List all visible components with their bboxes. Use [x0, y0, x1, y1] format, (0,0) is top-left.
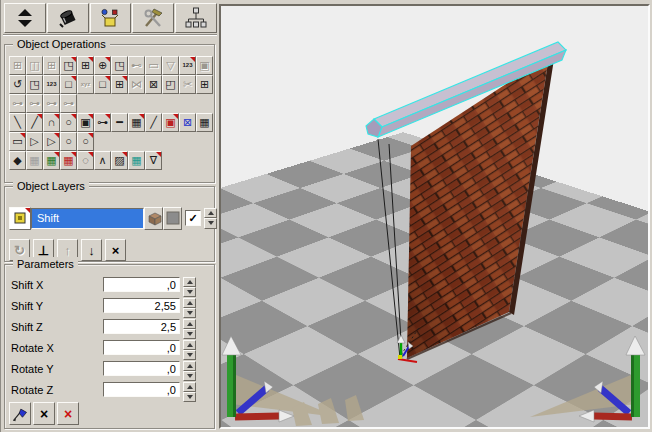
- rotate-x-input[interactable]: [103, 340, 180, 355]
- op-button-r4-6[interactable]: ⊶: [94, 113, 111, 132]
- op-button-r2-1[interactable]: ↺: [9, 75, 26, 94]
- layer-visible-checkbox[interactable]: ✓: [185, 210, 201, 226]
- layer-texture-button[interactable]: [144, 207, 163, 230]
- op-button-r4-7[interactable]: ━: [111, 113, 128, 132]
- op-button-r4-12[interactable]: ▦: [196, 113, 213, 132]
- op-button-r2-10[interactable]: ◰: [162, 75, 179, 94]
- op-button-r2-7[interactable]: ⊞: [111, 75, 128, 94]
- spin-up-button[interactable]: [183, 298, 196, 308]
- spin-down-button[interactable]: [183, 308, 196, 318]
- spin-down-button[interactable]: [183, 329, 196, 339]
- op-button-r6-8[interactable]: ▦: [128, 151, 145, 170]
- delete-layer-button[interactable]: ×: [105, 239, 126, 261]
- op-button-icon: ▦: [131, 115, 141, 130]
- down-arrow-icon: [187, 353, 193, 357]
- spin-down-button[interactable]: [183, 287, 196, 297]
- delete-all-button[interactable]: ×: [57, 402, 79, 425]
- param-label: Rotate X: [11, 340, 54, 354]
- op-button-r4-9[interactable]: ╱: [145, 113, 162, 132]
- spin-up-button[interactable]: [183, 361, 196, 371]
- op-button-r4-4[interactable]: ○: [60, 113, 77, 132]
- up-arrow-icon: [187, 322, 193, 326]
- op-button-r4-2[interactable]: ╱: [26, 113, 43, 132]
- apply-edit-button[interactable]: [9, 402, 31, 425]
- nav-gizmo-right[interactable]: [530, 336, 645, 422]
- spin-down-button[interactable]: [204, 218, 217, 229]
- object-box-button[interactable]: [90, 3, 132, 33]
- layer-type-button[interactable]: [9, 207, 31, 230]
- layer-name-field[interactable]: Shift: [31, 208, 144, 229]
- spin-up-button[interactable]: [183, 382, 196, 392]
- spin-up-button[interactable]: [204, 208, 217, 219]
- rotate-y-input[interactable]: [103, 361, 180, 376]
- op-button-r2-9[interactable]: ⊠: [145, 75, 162, 94]
- fill-texture-button[interactable]: [47, 3, 89, 33]
- op-button-r6-7[interactable]: ▨: [111, 151, 128, 170]
- op-button-icon: ◳: [63, 58, 73, 73]
- shift-x-input[interactable]: [103, 277, 180, 292]
- op-button-r1-5[interactable]: ⊞: [77, 56, 94, 75]
- op-button-r5-2[interactable]: ▷: [26, 132, 43, 151]
- op-button-r5-5[interactable]: ○: [77, 132, 94, 151]
- hierarchy-button[interactable]: [175, 3, 217, 33]
- op-button-icon: ╱: [31, 115, 38, 130]
- down-arrow-icon: [187, 332, 193, 336]
- shift-z-input[interactable]: [103, 319, 180, 334]
- op-button-r6-2[interactable]: ▦: [26, 151, 43, 170]
- op-button-icon: ⊶: [63, 96, 74, 111]
- op-button-r1-6[interactable]: ⊕: [94, 56, 111, 75]
- op-button-r5-1[interactable]: ▭: [9, 132, 26, 151]
- spin-up-button[interactable]: [183, 340, 196, 350]
- op-button-r4-5[interactable]: ▣: [77, 113, 94, 132]
- shift-y-input[interactable]: [103, 298, 180, 313]
- op-button-r2-6[interactable]: □: [94, 75, 111, 94]
- op-button-icon: ▭: [12, 134, 22, 149]
- op-button-r2-3[interactable]: 123: [43, 75, 60, 94]
- param-label: Rotate Y: [11, 361, 54, 375]
- viewport-3d[interactable]: [219, 4, 650, 429]
- op-button-r4-10[interactable]: ▣: [162, 113, 179, 132]
- op-button-r4-8[interactable]: ▦: [128, 113, 145, 132]
- op-button-r6-5[interactable]: ◌: [77, 151, 94, 170]
- select-move-button[interactable]: [4, 3, 46, 33]
- op-button-icon: ▷: [47, 134, 55, 149]
- op-button-r5-3[interactable]: ▷: [43, 132, 60, 151]
- op-button-r1-4[interactable]: ◳: [60, 56, 77, 75]
- move-layer-down-button[interactable]: ↓: [81, 239, 102, 261]
- spin-down-button[interactable]: [183, 371, 196, 381]
- up-arrow-icon: [208, 211, 214, 215]
- op-button-r1-12: ▣: [196, 56, 213, 75]
- spin-up-button[interactable]: [183, 319, 196, 329]
- spin-down-button[interactable]: [183, 350, 196, 360]
- op-button-r6-1[interactable]: ◆: [9, 151, 26, 170]
- rotate-y-spinner: [183, 361, 196, 381]
- op-button-icon: ∧: [98, 153, 106, 168]
- op-button-r2-2[interactable]: ◳: [26, 75, 43, 94]
- op-button-r4-11[interactable]: ⊠: [179, 113, 196, 132]
- op-button-r4-1[interactable]: ╲: [9, 113, 26, 132]
- op-button-r6-9[interactable]: ∇: [145, 151, 162, 170]
- op-button-r6-3[interactable]: ▦: [43, 151, 60, 170]
- rotate-z-input[interactable]: [103, 382, 180, 397]
- op-button-r2-4[interactable]: □: [60, 75, 77, 94]
- app-window: { "window": {"bg": "#d6d2ca"}, "toolbar"…: [0, 0, 652, 432]
- op-button-r1-11[interactable]: 123: [179, 56, 196, 75]
- op-button-r2-8: ⋈: [128, 75, 145, 94]
- op-button-r1-1: ⊞: [9, 56, 26, 75]
- scene-overlay: [221, 6, 648, 427]
- spin-up-button[interactable]: [183, 277, 196, 287]
- layer-color-button[interactable]: [163, 207, 182, 230]
- op-button-r4-3[interactable]: ∩: [43, 113, 60, 132]
- op-button-r6-4[interactable]: ▦: [60, 151, 77, 170]
- op-button-r1-7[interactable]: ◳: [111, 56, 128, 75]
- op-button-r5-4[interactable]: ○: [60, 132, 77, 151]
- tools-button[interactable]: [132, 3, 174, 33]
- spin-down-button[interactable]: [183, 392, 196, 402]
- op-button-icon: ⊞: [115, 77, 124, 92]
- op-button-r2-12[interactable]: ⊞: [196, 75, 213, 94]
- nav-gizmo-left[interactable]: [222, 336, 364, 426]
- clear-button[interactable]: ×: [33, 402, 55, 425]
- op-button-r1-8: ⊷: [128, 56, 145, 75]
- op-button-r6-6[interactable]: ∧: [94, 151, 111, 170]
- delete-icon: ×: [112, 243, 120, 258]
